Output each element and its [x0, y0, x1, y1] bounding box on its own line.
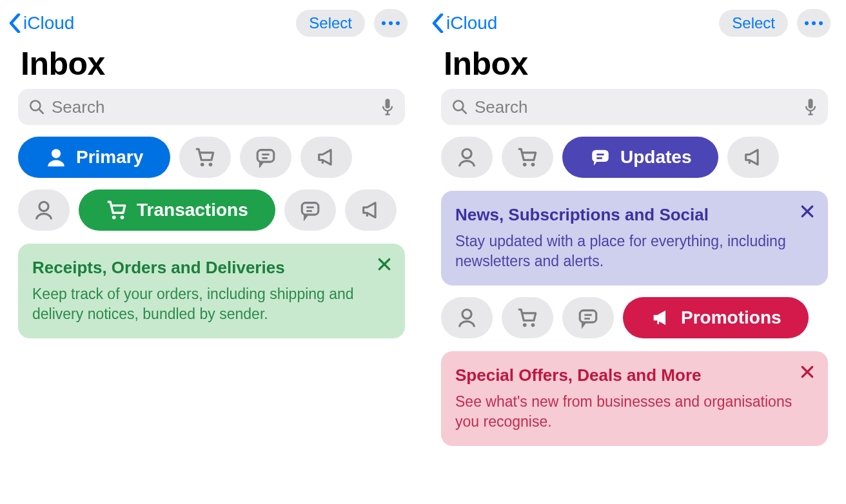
info-card-updates: News, Subscriptions and Social Stay upda…	[441, 191, 828, 286]
megaphone-icon	[360, 199, 382, 221]
card-desc: See what's new from businesses and organ…	[455, 392, 814, 432]
back-button[interactable]: iCloud	[8, 13, 74, 34]
svg-point-32	[531, 163, 535, 167]
tab-primary[interactable]: Primary	[18, 137, 170, 178]
search-input[interactable]: Search	[18, 89, 405, 125]
tab-promotions[interactable]	[300, 137, 352, 178]
tab-transactions[interactable]	[502, 297, 553, 338]
close-button[interactable]	[798, 363, 816, 381]
tab-updates-label: Updates	[620, 147, 691, 168]
close-button[interactable]	[798, 202, 816, 220]
tab-transactions[interactable]	[502, 137, 553, 178]
svg-point-15	[112, 216, 116, 220]
svg-point-8	[52, 149, 61, 158]
svg-point-1	[389, 21, 393, 25]
person-icon	[45, 146, 67, 168]
close-button[interactable]	[375, 255, 393, 273]
card-desc: Keep track of your orders, including shi…	[32, 284, 391, 324]
svg-point-39	[523, 324, 527, 327]
person-icon	[456, 307, 478, 329]
megaphone-icon	[742, 146, 764, 168]
tab-updates[interactable]: Updates	[562, 137, 718, 178]
tab-updates[interactable]	[284, 189, 336, 231]
navbar: iCloud Select	[0, 0, 423, 37]
info-card-promotions: Special Offers, Deals and More See what'…	[441, 351, 828, 446]
card-desc: Stay updated with a place for everything…	[455, 231, 814, 271]
tab-primary[interactable]	[441, 297, 493, 338]
back-label: iCloud	[23, 13, 74, 34]
tab-transactions[interactable]	[179, 137, 231, 178]
svg-rect-17	[302, 203, 319, 215]
tab-updates[interactable]	[240, 137, 291, 178]
tab-transactions[interactable]: Transactions	[79, 189, 275, 231]
cart-icon	[516, 307, 538, 329]
category-row: Transactions	[0, 178, 423, 231]
tab-primary-label: Primary	[76, 147, 143, 168]
chat-icon	[255, 146, 277, 168]
tab-promotions[interactable]	[345, 189, 397, 231]
cart-icon	[516, 146, 538, 168]
tab-updates[interactable]	[562, 297, 614, 338]
megaphone-icon	[650, 307, 672, 329]
select-button[interactable]: Select	[719, 10, 788, 37]
page-title: Inbox	[0, 37, 423, 89]
mic-icon[interactable]	[803, 98, 818, 116]
mic-icon[interactable]	[380, 98, 395, 116]
back-button[interactable]: iCloud	[431, 13, 497, 34]
tab-promotions-label: Promotions	[681, 307, 782, 328]
card-title: News, Subscriptions and Social	[455, 204, 814, 226]
search-placeholder: Search	[52, 97, 380, 117]
ellipsis-icon	[804, 21, 823, 26]
category-row: Promotions	[423, 286, 846, 338]
navbar: iCloud Select	[423, 0, 846, 37]
svg-line-26	[462, 110, 466, 113]
svg-line-4	[39, 110, 43, 113]
left-pane: iCloud Select Inbox Search Primary	[0, 0, 423, 504]
tab-promotions[interactable]	[727, 137, 779, 178]
close-icon	[800, 204, 814, 218]
info-card-transactions: Receipts, Orders and Deliveries Keep tra…	[18, 244, 405, 338]
chevron-left-icon	[8, 14, 22, 33]
back-label: iCloud	[446, 13, 497, 34]
nav-actions: Select	[719, 9, 831, 37]
svg-point-14	[39, 202, 48, 211]
svg-rect-11	[258, 150, 275, 162]
svg-point-16	[121, 216, 124, 220]
tab-promotions[interactable]: Promotions	[623, 297, 809, 338]
more-button[interactable]	[797, 9, 831, 37]
svg-rect-27	[809, 99, 813, 108]
select-button[interactable]: Select	[296, 10, 365, 37]
tab-primary[interactable]	[441, 137, 493, 178]
svg-point-24	[819, 21, 823, 25]
card-title: Special Offers, Deals and More	[455, 364, 814, 387]
chevron-left-icon	[431, 14, 445, 33]
person-icon	[33, 199, 55, 221]
cart-icon	[106, 199, 128, 221]
megaphone-icon	[315, 146, 337, 168]
svg-rect-41	[580, 311, 596, 322]
person-icon	[456, 146, 478, 168]
search-icon	[28, 99, 45, 115]
svg-point-31	[523, 163, 527, 167]
close-icon	[800, 365, 814, 379]
page-title: Inbox	[423, 37, 846, 89]
close-icon	[377, 257, 391, 271]
cart-icon	[194, 146, 216, 168]
svg-rect-5	[386, 99, 390, 108]
category-row: Updates	[423, 125, 846, 178]
more-button[interactable]	[374, 9, 408, 37]
svg-point-30	[462, 149, 471, 158]
svg-point-23	[812, 21, 816, 25]
search-icon	[451, 99, 468, 115]
card-title: Receipts, Orders and Deliveries	[32, 257, 391, 279]
search-input[interactable]: Search	[441, 89, 828, 125]
svg-point-2	[396, 21, 400, 25]
ellipsis-icon	[381, 21, 400, 26]
svg-point-38	[462, 309, 471, 318]
chat-icon	[577, 307, 599, 329]
tab-primary[interactable]	[18, 189, 70, 231]
chat-icon	[299, 199, 321, 221]
svg-point-10	[209, 163, 213, 167]
svg-point-40	[531, 324, 535, 327]
right-pane: iCloud Select Inbox Search	[423, 0, 846, 504]
